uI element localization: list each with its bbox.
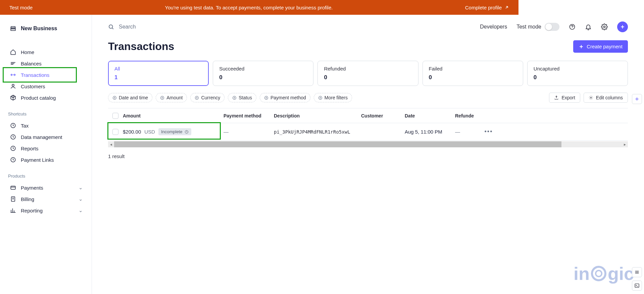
tab-label: All bbox=[114, 66, 202, 71]
external-link-icon bbox=[504, 5, 509, 10]
status-badge: Incomplete bbox=[158, 128, 191, 135]
sidebar-item-reporting[interactable]: Reporting ⌄ bbox=[0, 205, 92, 216]
sidebar-item-label: Product catalog bbox=[21, 95, 56, 101]
sidebar-item-data-management[interactable]: Data management bbox=[0, 131, 92, 143]
tab-count: 0 bbox=[324, 74, 412, 81]
svg-rect-5 bbox=[11, 186, 15, 190]
table-row[interactable]: $200.00 USD Incomplete — pi_3PkUjRJP4MRd… bbox=[108, 123, 628, 141]
scroll-left-icon[interactable]: ◄ bbox=[108, 143, 114, 146]
table-header-row: Amount Payment method Description Custom… bbox=[108, 108, 628, 123]
create-fab[interactable] bbox=[617, 21, 628, 32]
sidebar-item-customers[interactable]: Customers bbox=[0, 81, 92, 92]
sidebar-item-payment-links[interactable]: Payment Links bbox=[0, 154, 92, 165]
sidebar-item-billing[interactable]: Billing ⌄ bbox=[0, 193, 92, 205]
menu-panel-button[interactable] bbox=[632, 267, 642, 277]
row-checkbox[interactable] bbox=[112, 129, 118, 135]
business-name: New Business bbox=[21, 26, 57, 32]
settings-icon[interactable] bbox=[601, 23, 608, 30]
header-payment-method[interactable]: Payment method bbox=[224, 113, 274, 118]
header-refunded[interactable]: Refunde bbox=[455, 113, 482, 118]
scroll-right-icon[interactable]: ► bbox=[622, 143, 628, 146]
transactions-table: Amount Payment method Description Custom… bbox=[108, 108, 628, 141]
refunded-value: — bbox=[455, 129, 460, 135]
date-value: Aug 5, 11:00 PM bbox=[405, 129, 455, 135]
developers-link[interactable]: Developers bbox=[480, 24, 507, 30]
notifications-icon[interactable] bbox=[585, 23, 592, 30]
select-all-checkbox[interactable] bbox=[112, 113, 118, 119]
sidebar: New Business Home Balances Transactions bbox=[0, 15, 92, 294]
tab-uncaptured[interactable]: Uncaptured 0 bbox=[527, 61, 628, 86]
clock-icon bbox=[10, 122, 16, 129]
customers-icon bbox=[10, 83, 16, 89]
test-mode-toggle[interactable] bbox=[545, 23, 559, 31]
header-amount[interactable]: Amount bbox=[123, 113, 224, 118]
svg-point-7 bbox=[109, 25, 113, 29]
row-actions-button[interactable]: ••• bbox=[485, 128, 493, 135]
nav-products-section: Products Payments ⌄ Billing ⌄ Reporting … bbox=[0, 172, 92, 222]
complete-profile-link[interactable]: Complete profile bbox=[465, 5, 509, 10]
sidebar-item-label: Reports bbox=[21, 146, 39, 151]
filter-more[interactable]: More filters bbox=[314, 93, 352, 102]
top-header: Search Developers Test mode bbox=[92, 15, 644, 40]
sidebar-item-label: Data management bbox=[21, 134, 62, 140]
chevron-down-icon: ⌄ bbox=[79, 185, 83, 191]
sidebar-item-label: Tax bbox=[21, 123, 29, 129]
console-panel-button[interactable] bbox=[632, 281, 642, 291]
tab-label: Succeeded bbox=[219, 66, 307, 71]
business-switcher[interactable]: New Business bbox=[0, 23, 92, 34]
sidebar-item-label: Balances bbox=[21, 61, 42, 66]
filter-currency[interactable]: Currency bbox=[190, 93, 225, 102]
create-payment-label: Create payment bbox=[587, 44, 623, 49]
tab-all[interactable]: All 1 bbox=[108, 61, 209, 86]
export-label: Export bbox=[561, 95, 575, 100]
filter-payment-method[interactable]: Payment method bbox=[260, 93, 310, 102]
sidebar-item-tax[interactable]: Tax bbox=[0, 120, 92, 131]
filter-date-and-time[interactable]: Date and time bbox=[108, 93, 152, 102]
tab-count: 0 bbox=[534, 74, 622, 81]
help-icon[interactable] bbox=[569, 23, 576, 30]
search-icon bbox=[108, 24, 114, 30]
filter-label: Date and time bbox=[119, 95, 148, 100]
tab-succeeded[interactable]: Succeeded 0 bbox=[213, 61, 313, 86]
create-payment-button[interactable]: Create payment bbox=[573, 40, 628, 53]
search-placeholder: Search bbox=[119, 24, 136, 30]
tab-count: 1 bbox=[114, 74, 202, 81]
complete-profile-label: Complete profile bbox=[465, 5, 502, 10]
sidebar-item-label: Customers bbox=[21, 84, 45, 89]
filter-amount[interactable]: Amount bbox=[156, 93, 187, 102]
svg-rect-18 bbox=[635, 284, 639, 288]
header-description[interactable]: Description bbox=[274, 113, 361, 118]
sidebar-item-product-catalog[interactable]: Product catalog bbox=[0, 92, 92, 103]
header-customer[interactable]: Customer bbox=[361, 113, 405, 118]
tab-count: 0 bbox=[219, 74, 307, 81]
payment-method-value: — bbox=[224, 129, 228, 135]
clock-icon bbox=[185, 130, 189, 134]
search-input[interactable]: Search bbox=[108, 24, 136, 30]
edit-columns-button[interactable]: Edit columns bbox=[584, 93, 628, 103]
transactions-icon bbox=[10, 72, 16, 78]
sidebar-item-home[interactable]: Home bbox=[0, 46, 92, 58]
balances-icon bbox=[10, 60, 16, 66]
filter-status[interactable]: Status bbox=[228, 93, 256, 102]
export-button[interactable]: Export bbox=[549, 93, 580, 103]
banner-message: You're using test data. To accept paymen… bbox=[165, 5, 333, 10]
tab-refunded[interactable]: Refunded 0 bbox=[317, 61, 418, 86]
sidebar-item-balances[interactable]: Balances bbox=[0, 58, 92, 69]
payments-icon bbox=[10, 185, 16, 191]
header-date[interactable]: Date bbox=[405, 113, 455, 118]
add-panel-button[interactable] bbox=[632, 94, 642, 104]
sidebar-item-label: Billing bbox=[21, 196, 34, 202]
tab-label: Uncaptured bbox=[534, 66, 622, 71]
sidebar-item-reports[interactable]: Reports bbox=[0, 143, 92, 154]
sidebar-item-label: Transactions bbox=[21, 72, 49, 78]
chevron-down-icon: ⌄ bbox=[79, 196, 83, 202]
reporting-icon bbox=[10, 207, 16, 213]
amount-value: $200.00 bbox=[123, 129, 141, 135]
horizontal-scrollbar[interactable]: ◄ ► bbox=[108, 141, 628, 147]
shortcuts-heading: Shortcuts bbox=[0, 109, 92, 120]
tab-failed[interactable]: Failed 0 bbox=[423, 61, 523, 86]
sidebar-item-transactions[interactable]: Transactions bbox=[0, 69, 92, 81]
sidebar-item-payments[interactable]: Payments ⌄ bbox=[0, 182, 92, 193]
store-icon bbox=[10, 26, 16, 32]
svg-point-16 bbox=[590, 97, 592, 98]
